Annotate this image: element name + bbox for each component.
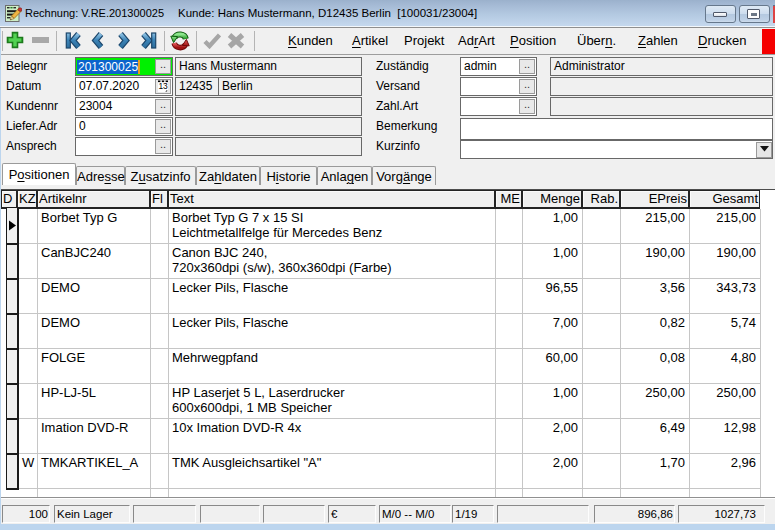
svg-text:13: 13 bbox=[158, 81, 168, 91]
